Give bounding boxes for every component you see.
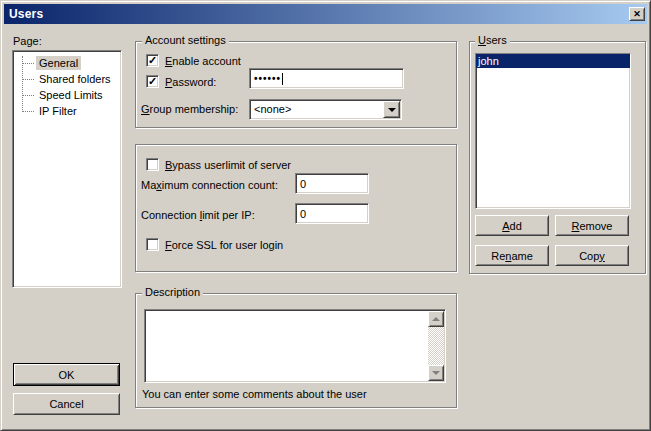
group-membership-value: <none> [254,103,291,115]
group-membership-label: Group membership: [141,103,238,115]
cancel-button[interactable]: Cancel [13,393,120,415]
connection-limits-group: Bypass userlimit of server Maximum conne… [135,144,457,272]
description-title: Description [142,286,203,298]
page-tree: General Shared folders Speed Limits IP F… [12,50,122,288]
tree-connector-icon [22,79,34,80]
close-icon: ✕ [633,10,641,19]
label-text: ame [511,250,532,262]
enable-account-label: Enable account [165,55,241,67]
add-button[interactable]: Add [475,215,549,236]
users-group-title: Users [475,34,510,46]
description-textarea[interactable] [144,309,446,383]
password-label: Password: [165,76,216,88]
label-text: assword: [172,76,216,88]
connection-limit-per-ip-label: Connection limit per IP: [141,209,255,221]
remove-button[interactable]: Remove [555,215,629,236]
tree-item-general[interactable]: General [13,55,121,71]
label-text: nable account [172,55,241,67]
list-item-john[interactable]: john [476,54,630,68]
password-checkbox[interactable]: ✓ [146,75,159,88]
label-text: sers [486,34,507,46]
label-accel: U [478,34,486,46]
copy-button[interactable]: Copy [555,245,629,266]
account-settings-title: Account settings [142,34,229,46]
label-text: dd [510,220,522,232]
description-hint: You can enter some comments about the us… [142,388,367,400]
users-listbox[interactable]: john [475,53,631,209]
label-text: orce SSL for user login [172,239,283,251]
users-group: Users john Add Remove Rename Copy [469,41,646,274]
label-text: roup membership: [150,103,239,115]
label-text: ypass userlimit of server [172,159,291,171]
tree-connector-icon [22,63,34,64]
tree-item-speed-limits[interactable]: Speed Limits [13,87,121,103]
ok-label: OK [59,369,75,381]
label-text: Ma [141,179,156,191]
description-scrollbar[interactable] [428,311,444,381]
label-accel: y [599,250,605,262]
tree-connector-icon [22,111,34,112]
tree-item-label: IP Filter [36,104,80,118]
label-accel: A [502,220,509,232]
connection-limit-per-ip-value: 0 [300,208,306,220]
window-title: Users [4,7,43,21]
scroll-up-button[interactable] [428,311,444,327]
label-text: Connection [141,209,200,221]
label-accel: F [165,239,172,251]
tree-item-shared-folders[interactable]: Shared folders [13,71,121,87]
tree-item-label: Speed Limits [36,88,106,102]
bypass-userlimit-checkbox[interactable] [146,158,159,171]
page-tree-inner: General Shared folders Speed Limits IP F… [13,51,121,287]
force-ssl-label: Force SSL for user login [165,239,283,251]
max-connection-count-input[interactable]: 0 [295,173,369,194]
ok-button[interactable]: OK [13,363,120,386]
scroll-down-button[interactable] [428,365,444,381]
max-connection-count-value: 0 [300,178,306,190]
label-text: Re [491,250,505,262]
password-value: •••••• [254,73,281,84]
scroll-down-icon [432,371,440,375]
combo-dropdown-button[interactable] [383,101,400,118]
label-text: Cop [579,250,599,262]
tree-item-label: General [36,56,81,70]
tree-item-label: Shared folders [36,72,114,86]
label-accel: G [141,103,150,115]
label-text: emove [579,220,612,232]
cancel-label: Cancel [49,398,83,410]
scroll-up-icon [432,317,440,321]
tree-connector-icon [22,95,34,96]
close-button[interactable]: ✕ [629,7,645,21]
rename-button[interactable]: Rename [475,245,549,266]
connection-limit-per-ip-input[interactable]: 0 [295,203,369,224]
checkmark-icon: ✓ [148,55,157,66]
label-text: imit per IP: [202,209,255,221]
checkmark-icon: ✓ [148,76,157,87]
bypass-userlimit-label: Bypass userlimit of server [165,159,291,171]
chevron-down-icon [388,108,396,112]
account-settings-group: Account settings ✓ Enable account ✓ Pass… [135,41,457,128]
max-connection-count-label: Maximum connection count: [141,179,278,191]
users-dialog: Users ✕ Page: General Shared folders Spe… [0,0,651,431]
password-input[interactable]: •••••• [249,68,404,89]
titlebar: Users ✕ [4,4,647,24]
text-caret [282,73,283,85]
group-membership-select[interactable]: <none> [249,99,402,120]
force-ssl-checkbox[interactable] [146,238,159,251]
label-text: imum connection count: [162,179,278,191]
page-label: Page: [13,35,42,47]
description-group: Description You can enter some comments … [135,293,457,408]
tree-item-ip-filter[interactable]: IP Filter [13,103,121,119]
enable-account-checkbox[interactable]: ✓ [146,54,159,67]
